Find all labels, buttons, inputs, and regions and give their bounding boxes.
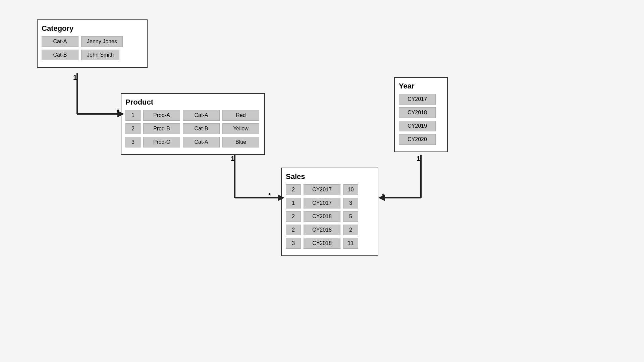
sales-table: Sales 2 CY2017 10 1 CY2017 3 2 CY2018 5 … xyxy=(281,168,378,256)
s5-year: CY2018 xyxy=(304,238,340,249)
year-table: Year CY2017 CY2018 CY2019 CY2020 xyxy=(394,77,448,152)
p3-id: 3 xyxy=(125,137,141,147)
sales-row-3: 2 CY2018 5 xyxy=(286,211,374,222)
s5-val: 11 xyxy=(343,238,358,249)
p1-id: 1 xyxy=(125,110,141,121)
category-row-2: Cat-B John Smith xyxy=(42,50,143,60)
product-table: Product 1 Prod-A Cat-A Red 2 Prod-B Cat-… xyxy=(121,93,265,155)
label-product-sales-star: * xyxy=(268,192,271,199)
year-row-1: CY2017 xyxy=(399,94,443,105)
p1-color: Red xyxy=(222,110,259,121)
sales-row-2: 1 CY2017 3 xyxy=(286,198,374,208)
s4-val: 2 xyxy=(343,225,358,235)
cy2019-cell: CY2019 xyxy=(399,121,436,131)
john-smith-cell: John Smith xyxy=(81,50,119,60)
s4-prod: 2 xyxy=(286,225,301,235)
s3-prod: 2 xyxy=(286,211,301,222)
product-row-3: 3 Prod-C Cat-A Blue xyxy=(125,137,260,147)
cy2018-cell: CY2018 xyxy=(399,107,436,118)
s2-prod: 1 xyxy=(286,198,301,208)
s2-val: 3 xyxy=(343,198,358,208)
s1-val: 10 xyxy=(343,184,358,195)
cat-a-cell: Cat-A xyxy=(42,36,78,47)
sales-row-4: 2 CY2018 2 xyxy=(286,225,374,235)
cy2017-cell: CY2017 xyxy=(399,94,436,105)
s2-year: CY2017 xyxy=(304,198,340,208)
jenny-jones-cell: Jenny Jones xyxy=(81,36,123,47)
year-row-4: CY2020 xyxy=(399,134,443,145)
year-title: Year xyxy=(399,82,443,90)
s5-prod: 3 xyxy=(286,238,301,249)
sales-row-5: 3 CY2018 11 xyxy=(286,238,374,249)
s3-year: CY2018 xyxy=(304,211,340,222)
p2-color: Yellow xyxy=(222,123,259,134)
p3-name: Prod-C xyxy=(143,137,180,147)
sales-row-1: 2 CY2017 10 xyxy=(286,184,374,195)
p3-color: Blue xyxy=(222,137,259,147)
label-cat-product-one: 1 xyxy=(73,74,77,81)
p2-id: 2 xyxy=(125,123,141,134)
category-row-1: Cat-A Jenny Jones xyxy=(42,36,143,47)
product-title: Product xyxy=(125,98,260,107)
category-title: Category xyxy=(42,24,143,33)
category-table: Category Cat-A Jenny Jones Cat-B John Sm… xyxy=(37,19,148,68)
product-row-2: 2 Prod-B Cat-B Yellow xyxy=(125,123,260,134)
label-product-sales-one: 1 xyxy=(231,155,234,163)
p1-name: Prod-A xyxy=(143,110,180,121)
p2-name: Prod-B xyxy=(143,123,180,134)
sales-title: Sales xyxy=(286,172,374,181)
s4-year: CY2018 xyxy=(304,225,340,235)
s1-prod: 2 xyxy=(286,184,301,195)
year-row-2: CY2018 xyxy=(399,107,443,118)
p3-cat: Cat-A xyxy=(183,137,220,147)
year-row-3: CY2019 xyxy=(399,121,443,131)
s1-year: CY2017 xyxy=(304,184,340,195)
cat-b-cell: Cat-B xyxy=(42,50,78,60)
cy2020-cell: CY2020 xyxy=(399,134,436,145)
label-year-sales-star: * xyxy=(382,192,384,199)
product-row-1: 1 Prod-A Cat-A Red xyxy=(125,110,260,121)
s3-val: 5 xyxy=(343,211,358,222)
p2-cat: Cat-B xyxy=(183,123,220,134)
label-year-sales-one: 1 xyxy=(417,155,420,163)
diagram-container: Category Cat-A Jenny Jones Cat-B John Sm… xyxy=(0,0,644,362)
p1-cat: Cat-A xyxy=(183,110,220,121)
label-cat-product-star: * xyxy=(117,108,119,116)
